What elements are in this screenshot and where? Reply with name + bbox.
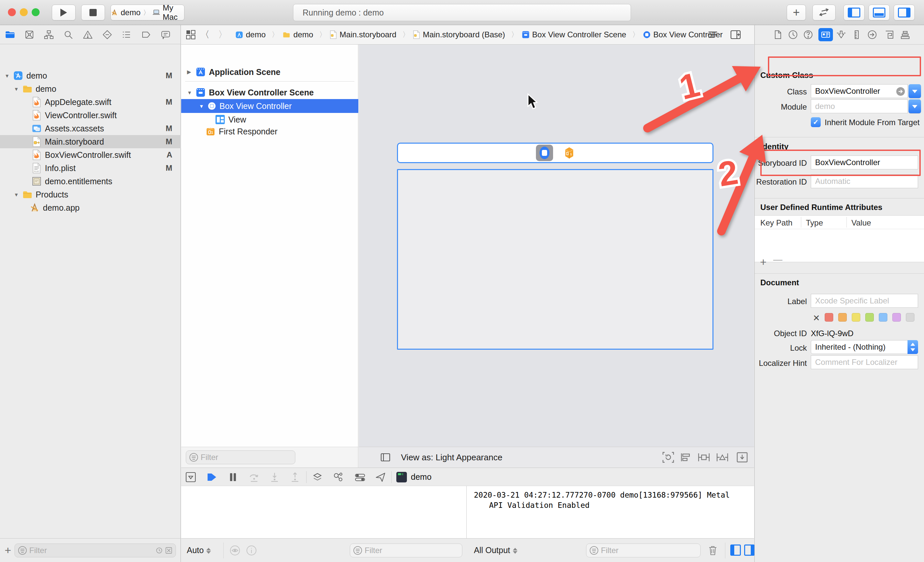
editor-mode-button[interactable] [813, 5, 836, 21]
hide-debug-area-icon[interactable] [185, 472, 196, 483]
file-tree-row-folder[interactable]: ▼ demo [0, 82, 181, 95]
document-label-input[interactable] [811, 294, 918, 307]
column-header-key-path[interactable]: Key Path [760, 218, 792, 227]
file-tree-row[interactable]: ViewController.swift [0, 109, 181, 122]
jump-to-class-arrow-icon[interactable] [896, 87, 905, 96]
view-as-label[interactable]: View as: Light Appearance [401, 452, 502, 463]
memory-graph-debugger-icon[interactable] [332, 472, 344, 483]
continue-button-icon[interactable] [206, 472, 218, 483]
color-swatch-gray[interactable] [906, 313, 914, 322]
back-button[interactable]: 〈 [200, 29, 210, 41]
size-inspector-tab-icon[interactable] [852, 30, 862, 40]
recent-files-clock-icon[interactable] [156, 546, 163, 555]
outline-row-view-controller-selected[interactable]: ▼ Box View Controller [181, 99, 358, 113]
add-constraints-icon[interactable] [697, 452, 711, 463]
disclosure-triangle[interactable]: ▼ [14, 86, 20, 92]
project-navigator-tab-icon[interactable] [5, 30, 15, 40]
identity-inspector-tab-icon[interactable] [821, 30, 831, 40]
add-editor-icon[interactable] [730, 30, 741, 39]
console-filter-input[interactable] [601, 546, 697, 555]
connections-inspector-tab-icon[interactable] [867, 30, 877, 40]
align-icon[interactable] [680, 452, 692, 463]
disclosure-triangle[interactable]: ▼ [199, 103, 205, 109]
attributes-inspector-tab-icon[interactable] [836, 30, 846, 40]
embed-in-icon[interactable] [736, 452, 748, 463]
reports-tab-icon[interactable] [161, 30, 171, 40]
find-tab-icon[interactable] [63, 30, 73, 40]
console-scope-popup[interactable]: All Output [474, 545, 518, 555]
color-swatch-orange[interactable] [838, 313, 847, 322]
bindings-inspector-tab-icon[interactable] [884, 30, 894, 40]
stop-button[interactable] [81, 5, 105, 21]
source-control-tab-icon[interactable] [24, 30, 34, 40]
variables-filter-field[interactable] [350, 544, 462, 557]
related-items-icon[interactable] [186, 30, 196, 40]
environment-overrides-icon[interactable] [354, 472, 366, 483]
storyboard-canvas[interactable]: 1 [359, 45, 754, 447]
editor-options-icon[interactable] [708, 31, 718, 39]
variables-scope-popup[interactable]: Auto [187, 545, 211, 555]
forward-button[interactable]: 〉 [218, 29, 227, 41]
color-swatch-yellow[interactable] [852, 313, 860, 322]
update-frames-icon[interactable] [662, 451, 675, 463]
simulate-location-icon[interactable] [375, 472, 386, 483]
quick-help-inspector-tab-icon[interactable] [803, 30, 813, 40]
restoration-id-input[interactable] [811, 175, 918, 188]
class-input[interactable] [811, 84, 908, 98]
outline-filter-input[interactable] [201, 453, 292, 462]
quick-look-info-icon[interactable] [246, 545, 257, 556]
color-swatch-red[interactable] [825, 313, 833, 322]
toggle-debug-area-button[interactable] [868, 5, 890, 21]
class-dropdown-button[interactable] [909, 84, 921, 98]
color-swatch-purple[interactable] [892, 313, 901, 322]
file-tree-row[interactable]: Assets.xcassets M [0, 122, 181, 135]
disclosure-triangle[interactable]: ▼ [4, 73, 10, 78]
step-out-icon[interactable] [290, 472, 301, 483]
module-dropdown-button[interactable] [909, 99, 921, 113]
toggle-navigator-button[interactable] [843, 5, 865, 21]
file-tree-row-selected[interactable]: Main.storyboard M [0, 135, 181, 148]
view-ui-hierarchy-eye-icon[interactable] [230, 545, 241, 556]
remove-runtime-attribute-button[interactable]: — [773, 254, 782, 265]
run-button[interactable] [52, 5, 76, 21]
disclosure-triangle[interactable]: ▶ [187, 69, 193, 75]
toggle-variables-view-button[interactable] [730, 544, 741, 556]
clear-color-button[interactable]: ✕ [813, 313, 820, 323]
outline-row-view[interactable]: View [181, 113, 358, 126]
module-input[interactable] [811, 100, 908, 113]
issues-tab-icon[interactable] [83, 30, 93, 40]
zoom-window-button[interactable] [32, 8, 40, 16]
lock-popup[interactable]: Inherited - (Nothing) [811, 340, 918, 354]
step-into-icon[interactable] [269, 472, 280, 483]
file-tree-row[interactable]: PLIST Info.plist M [0, 161, 181, 175]
variables-filter-input[interactable] [364, 546, 459, 555]
scheme-selector[interactable]: demo 〉 My Mac [111, 5, 184, 21]
class-field[interactable] [811, 84, 908, 98]
breadcrumb-scene[interactable]: Box View Controller Scene [522, 30, 643, 40]
view-controller-dock-icon-selected[interactable] [536, 145, 553, 161]
resolve-autolayout-icon[interactable] [716, 452, 729, 463]
debug-tab-icon[interactable] [122, 30, 132, 40]
step-over-icon[interactable] [249, 472, 260, 483]
source-control-status-filter-icon[interactable] [165, 546, 172, 555]
minimize-window-button[interactable] [20, 8, 28, 16]
outline-row-scene[interactable]: ▼ Box View Controller Scene [181, 86, 358, 99]
toggle-inspector-button[interactable] [894, 5, 915, 21]
view-hierarchy-debugger-icon[interactable] [312, 472, 323, 483]
outline-row-application-scene[interactable]: ▶ Application Scene [181, 65, 358, 78]
breakpoints-tab-icon[interactable] [141, 30, 151, 40]
process-name-label[interactable]: demo [411, 472, 432, 482]
pause-icon[interactable] [227, 472, 238, 483]
inherit-module-checkbox[interactable]: ✓ [811, 117, 821, 127]
breadcrumb-storyboard[interactable]: Main.storyboard [330, 30, 413, 40]
column-header-value[interactable]: Value [851, 218, 871, 227]
add-runtime-attribute-button[interactable]: + [760, 255, 766, 269]
outline-filter-field[interactable] [186, 451, 296, 464]
console-filter-field[interactable] [586, 544, 700, 557]
disclosure-triangle[interactable]: ▼ [187, 90, 193, 95]
breadcrumb-storyboard-base[interactable]: Main.storyboard (Base) [413, 30, 521, 40]
view-controller-view[interactable] [397, 169, 714, 350]
file-inspector-tab-icon[interactable] [773, 30, 783, 40]
tests-tab-icon[interactable] [102, 30, 112, 40]
clear-console-trash-icon[interactable] [708, 545, 718, 556]
